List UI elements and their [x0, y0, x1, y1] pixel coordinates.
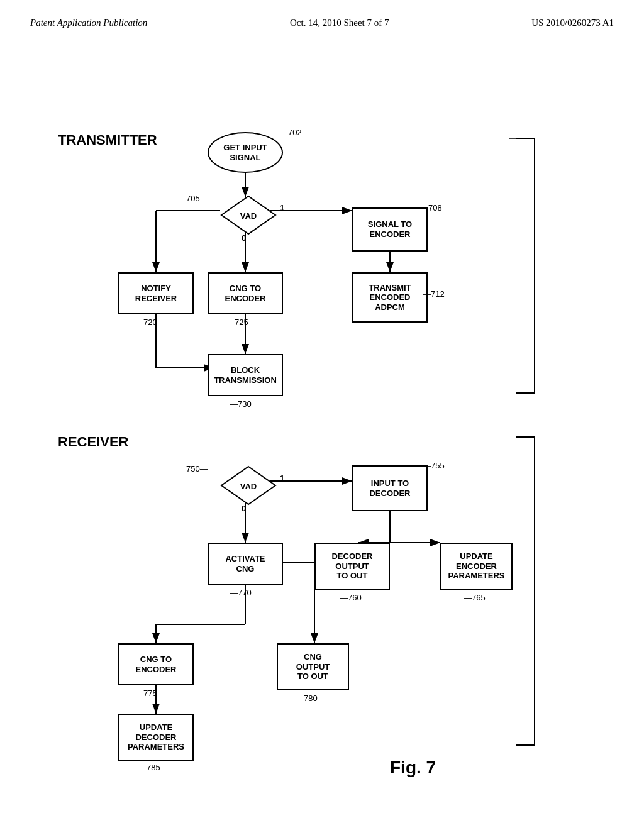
receiver-label: RECEIVER [58, 434, 128, 450]
vad-diamond-rx: VAD [220, 465, 277, 506]
transmitter-label: TRANSMITTER [58, 132, 157, 148]
decoder-output-box: DECODER OUTPUT TO OUT [314, 543, 390, 590]
vad-tx-label-0: 0 [242, 233, 246, 243]
ref-765: —765 [464, 593, 486, 602]
update-decoder-box: UPDATE DECODER PARAMETERS [118, 714, 194, 761]
cng-output-box: CNG OUTPUT TO OUT [277, 643, 349, 690]
vad-diamond-tx: VAD [220, 195, 277, 236]
header-right: US 2010/0260273 A1 [531, 18, 614, 28]
ref-775: —775 [135, 689, 157, 698]
cng-to-encoder-rx-box: CNG TO ENCODER [118, 643, 194, 685]
get-input-signal-oval: GET INPUT SIGNAL [208, 132, 283, 173]
ref-750: 750— [186, 464, 208, 473]
activate-cng-box: ACTIVATE CNG [208, 543, 283, 585]
block-transmission-box: BLOCK TRANSMISSION [208, 354, 283, 396]
notify-receiver-box: NOTIFY RECEIVER [118, 272, 194, 314]
transmit-encoded-box: TRANSMIT ENCODED ADPCM [352, 272, 428, 323]
fig-label: Fig. 7 [390, 758, 436, 778]
ref-712: —712 [423, 289, 445, 299]
vad-rx-label-0: 0 [242, 504, 246, 513]
header-center: Oct. 14, 2010 Sheet 7 of 7 [290, 18, 389, 28]
header-left: Patent Application Publication [30, 18, 147, 28]
ref-705: 705— [186, 194, 208, 203]
vad-tx-label-1: 1 [280, 203, 284, 213]
ref-725: —725 [226, 318, 248, 327]
update-encoder-box: UPDATE ENCODER PARAMETERS [440, 543, 513, 590]
diagram-area: TRANSMITTER GET INPUT SIGNAL —702 VAD 70… [0, 35, 644, 808]
cng-to-encoder-tx-box: CNG TO ENCODER [208, 272, 283, 314]
ref-730: —730 [230, 399, 252, 409]
ref-780: —780 [296, 694, 318, 703]
signal-to-encoder-box: SIGNAL TO ENCODER [352, 208, 428, 252]
ref-702: —702 [280, 128, 302, 137]
ref-785: —785 [138, 763, 160, 772]
vad-rx-label-1: 1 [280, 473, 284, 483]
ref-720: —720 [135, 318, 157, 327]
arrows-svg [0, 35, 644, 808]
ref-760: —760 [340, 593, 362, 602]
ref-755: —755 [423, 461, 445, 470]
ref-770: —770 [230, 588, 252, 597]
ref-708: —708 [420, 203, 442, 213]
input-to-decoder-box: INPUT TO DECODER [352, 465, 428, 511]
